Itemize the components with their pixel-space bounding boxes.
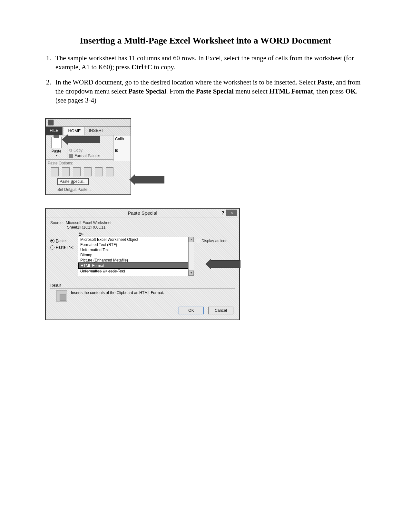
step1-text-a: The sample worksheet has 11 columns and … — [55, 54, 354, 71]
step2-e: . From the — [166, 87, 196, 95]
ribbon-body: Paste ▾ ✂Cut ⧉Copy Format Painter Calib … — [46, 135, 131, 159]
result-text: Inserts the contents of the Clipboard as… — [71, 291, 164, 301]
list-item-selected[interactable]: HTML Format — [78, 262, 194, 269]
paste-options-dropdown: Paste Options: Paste Special... Set Defa… — [46, 159, 131, 194]
dialog-buttons: OK Cancel — [46, 301, 239, 320]
tab-file[interactable]: FILE — [46, 127, 63, 135]
step2-a: In the WORD document, go to the desired … — [55, 78, 317, 86]
paste-options-icons — [51, 167, 129, 176]
source-line1: Microsoft Excel Worksheet — [66, 221, 112, 225]
list-item[interactable]: Microsoft Excel Worksheet Object — [78, 237, 194, 242]
paste-option-icon-1[interactable] — [51, 167, 59, 176]
font-name-fragment[interactable]: Calib — [115, 137, 129, 141]
dialog-titlebar: Paste Special ? × — [46, 209, 239, 218]
list-item[interactable]: Bitmap — [78, 252, 194, 258]
paste-dropdown-arrow-icon[interactable]: ▾ — [46, 153, 67, 157]
window-titlebar — [46, 119, 131, 127]
step2-b: Paste — [317, 78, 333, 86]
source-line2: Sheet1!R1C1:R60C11 — [67, 225, 105, 230]
radio-icon — [50, 245, 54, 250]
ribbon-tabs: FILE HOME INSERT — [46, 127, 131, 135]
paste-options-label: Paste Options: — [48, 161, 129, 165]
scroll-up-icon[interactable]: ▴ — [189, 237, 194, 242]
display-as-icon-label: Display as icon — [201, 239, 228, 243]
paste-option-icon-6[interactable] — [106, 167, 113, 176]
page-title: Inserting a Multi-Page Excel Worksheet i… — [42, 35, 369, 46]
clipboard-result-icon — [56, 291, 67, 301]
source-label: Source: — [50, 221, 64, 225]
copy-label: Copy — [73, 148, 83, 153]
step2-g: menu select — [234, 87, 269, 95]
callout-arrow-icon — [135, 176, 164, 183]
paste-option-icon-4[interactable] — [84, 167, 92, 176]
list-item[interactable]: Picture (Enhanced Metafile) — [78, 258, 194, 263]
set-default-paste-menu-item[interactable]: Set Default Paste... — [57, 187, 129, 192]
listbox-scrollbar[interactable]: ▴ ▾ — [188, 237, 194, 276]
step2-d: Paste Special — [128, 87, 166, 95]
tab-home[interactable]: HOME — [64, 127, 85, 135]
dialog-source: Source: Microsoft Excel Worksheet Sheet1… — [46, 218, 239, 230]
format-listbox[interactable]: Microsoft Excel Worksheet Object Formatt… — [78, 237, 194, 276]
format-painter-label: Format Painter — [74, 153, 100, 158]
step2-f: Paste Special — [196, 87, 234, 95]
brush-icon — [69, 154, 73, 158]
ok-button[interactable]: OK — [179, 307, 204, 314]
paste-icon — [51, 137, 62, 148]
word-ribbon-panel: FILE HOME INSERT Paste ▾ ✂Cut ⧉Copy Form… — [45, 118, 131, 195]
display-as-icon-group: Display as icon — [196, 232, 235, 276]
list-item[interactable]: Unformatted Unicode Text — [78, 269, 194, 274]
as-label: As: — [79, 232, 194, 236]
tab-insert[interactable]: INSERT — [85, 127, 108, 135]
radio-paste-link[interactable]: Paste link: — [50, 245, 76, 250]
paste-option-icon-3[interactable] — [73, 167, 81, 176]
paste-special-menu-item[interactable]: Paste Special... — [57, 178, 89, 185]
step-1: The sample worksheet has 11 columns and … — [53, 54, 369, 72]
result-label: Result — [50, 283, 66, 289]
close-button[interactable]: × — [226, 210, 237, 216]
cancel-button[interactable]: Cancel — [208, 307, 233, 314]
steps-list: The sample worksheet has 11 columns and … — [42, 54, 369, 105]
step2-h: HTML Format — [269, 87, 313, 95]
paste-option-icon-5[interactable] — [95, 167, 103, 176]
paste-special-dialog: Paste Special ? × Source: Microsoft Exce… — [45, 208, 240, 320]
result-section: Result Inserts the contents of the Clipb… — [50, 283, 235, 301]
paste-label: Paste — [46, 149, 67, 153]
callout-arrow-icon — [211, 260, 240, 268]
step-2: In the WORD document, go to the desired … — [53, 78, 369, 105]
bold-button[interactable]: B — [115, 148, 129, 153]
step2-j: OK — [345, 87, 356, 95]
help-button[interactable]: ? — [221, 210, 224, 215]
step2-i: , then press — [313, 87, 345, 95]
font-group-fragment: Calib B — [113, 135, 131, 161]
dialog-title: Paste Special — [128, 210, 157, 216]
step1-text-c: to copy. — [152, 63, 175, 71]
paste-mode-radios: Paste: Paste link: — [50, 232, 76, 276]
radio-icon — [50, 239, 54, 243]
paste-option-icon-2[interactable] — [62, 167, 70, 176]
list-item[interactable]: Unformatted Text — [78, 247, 194, 252]
scroll-down-icon[interactable]: ▾ — [189, 271, 194, 276]
copy-icon: ⧉ — [69, 148, 72, 153]
step1-shortcut: Ctrl+C — [132, 63, 152, 71]
callout-arrow-icon — [67, 136, 100, 143]
checkbox-icon — [196, 239, 200, 243]
radio-paste[interactable]: Paste: — [50, 239, 76, 243]
list-item[interactable]: Formatted Text (RTF) — [78, 242, 194, 247]
display-as-icon-checkbox[interactable]: Display as icon — [196, 239, 228, 243]
word-app-icon — [48, 120, 54, 125]
